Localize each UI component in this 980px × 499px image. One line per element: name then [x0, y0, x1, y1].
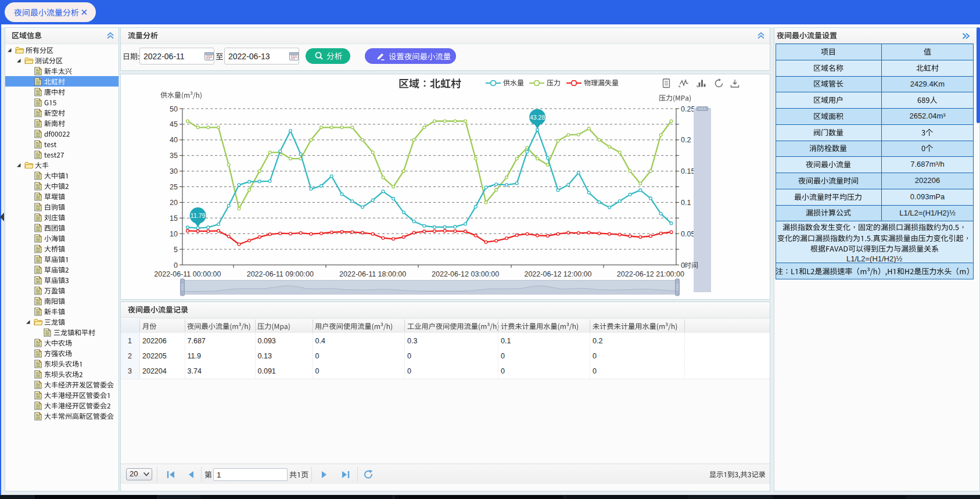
svg-text:2022-06-12 12:00:00: 2022-06-12 12:00:00: [524, 270, 591, 278]
svg-text:45: 45: [170, 120, 178, 128]
svg-text:30: 30: [170, 167, 178, 175]
svg-text:0.1: 0.1: [681, 199, 691, 207]
svg-text:2022-06-11 18:00:00: 2022-06-11 18:00:00: [339, 270, 406, 278]
svg-text:2022-06-12 21:00:00: 2022-06-12 21:00:00: [617, 270, 684, 278]
svg-text:5: 5: [174, 246, 178, 254]
svg-text:2022-06-11 00:00:00: 2022-06-11 00:00:00: [154, 270, 221, 278]
svg-text:2022-06-12 03:00:00: 2022-06-12 03:00:00: [432, 270, 499, 278]
svg-text:40: 40: [170, 136, 178, 144]
svg-text:10: 10: [170, 230, 178, 238]
svg-text:35: 35: [170, 152, 178, 160]
svg-text:0.25: 0.25: [681, 105, 695, 113]
svg-text:0.15: 0.15: [681, 167, 695, 175]
svg-text:20: 20: [170, 199, 178, 207]
svg-text:2022-06-11 09:00:00: 2022-06-11 09:00:00: [247, 270, 314, 278]
svg-text:43.28: 43.28: [530, 114, 545, 121]
svg-text:0: 0: [174, 261, 178, 270]
svg-text:15: 15: [170, 214, 178, 222]
svg-text:25: 25: [170, 183, 178, 191]
svg-text:50: 50: [170, 105, 178, 113]
svg-text:0.05: 0.05: [681, 230, 695, 238]
svg-text:0.2: 0.2: [681, 136, 691, 144]
svg-text:11.79: 11.79: [191, 212, 206, 219]
